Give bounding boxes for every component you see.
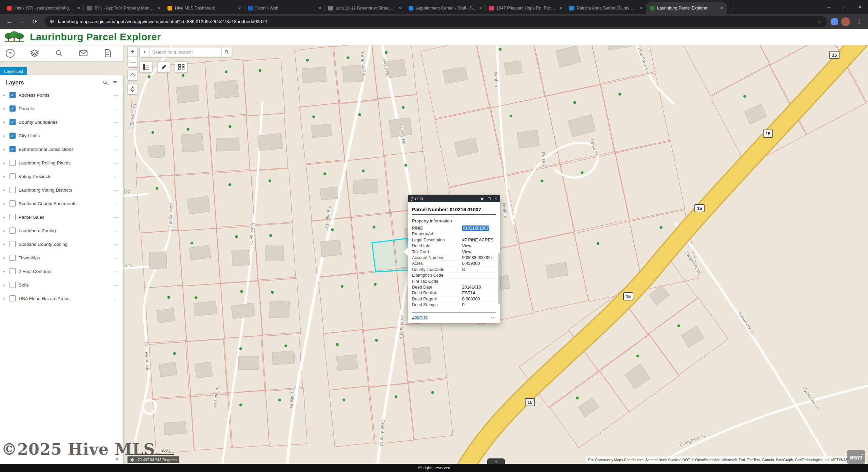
popup-scrollbar[interactable]: [498, 253, 500, 304]
layer-menu-icon[interactable]: ···: [114, 269, 119, 274]
expand-caret-icon[interactable]: ▸: [3, 188, 9, 192]
layers-button[interactable]: [30, 48, 39, 58]
layer-checkbox[interactable]: [9, 146, 16, 152]
coordinate-widget[interactable]: -79.497 34.743 Degrees: [127, 456, 179, 463]
browser-tab[interactable]: Bills - AppFolio Property Manag... ✕: [84, 2, 164, 14]
legend-button[interactable]: [140, 61, 152, 73]
profile-avatar[interactable]: [841, 17, 850, 26]
window-close-button[interactable]: ✕: [852, 0, 868, 14]
layer-row[interactable]: ▸ Laurinburg Polling Places ···: [0, 156, 123, 170]
search-source-dropdown[interactable]: ▾: [140, 47, 150, 57]
contact-button[interactable]: [79, 48, 88, 58]
extension-icon[interactable]: [831, 18, 838, 25]
layer-row[interactable]: ▸ Address Points ···: [0, 88, 123, 102]
layer-menu-icon[interactable]: ···: [114, 215, 119, 220]
layer-search-icon[interactable]: [103, 80, 108, 85]
tab-close-icon[interactable]: ✕: [720, 6, 723, 11]
layer-row[interactable]: ▸ Townships ···: [0, 251, 123, 264]
layer-row[interactable]: ▸ Extraterritorial Jurisdictions ···: [0, 142, 123, 156]
attribute-table-toggle[interactable]: ▴: [487, 458, 505, 464]
expand-caret-icon[interactable]: ▸: [3, 201, 9, 206]
zoom-to-link[interactable]: Zoom to: [412, 315, 428, 320]
layer-row[interactable]: ▸ County Boundaries ···: [0, 115, 123, 129]
back-button[interactable]: ←: [3, 16, 15, 27]
layer-menu-icon[interactable]: ···: [114, 120, 119, 125]
layer-checkbox[interactable]: [9, 173, 16, 179]
layer-menu-icon[interactable]: ···: [114, 201, 119, 206]
browser-menu-icon[interactable]: ⋮: [853, 18, 865, 25]
expand-caret-icon[interactable]: ▸: [3, 283, 9, 287]
expand-caret-icon[interactable]: ▸: [3, 134, 9, 138]
tab-close-icon[interactable]: ✕: [640, 6, 643, 11]
window-maximize-button[interactable]: ▢: [837, 0, 852, 14]
expand-caret-icon[interactable]: ▸: [3, 161, 9, 165]
url-text[interactable]: laurinburg.maps.arcgis.com/apps/webappvi…: [58, 19, 267, 24]
popup-close-icon[interactable]: ✕: [495, 197, 497, 200]
layer-row[interactable]: ▸ Voting Precincts ···: [0, 170, 123, 183]
expand-caret-icon[interactable]: ▸: [3, 296, 9, 301]
property-value[interactable]: 903683.000000: [462, 255, 492, 260]
layer-checkbox[interactable]: [9, 133, 16, 139]
tab-close-icon[interactable]: ✕: [399, 6, 402, 11]
refresh-button[interactable]: ⟳: [29, 16, 41, 27]
property-value[interactable]: 0.000000: [462, 296, 480, 302]
layer-checkbox[interactable]: [9, 295, 16, 301]
layer-menu-icon[interactable]: ···: [114, 93, 119, 98]
browser-tab[interactable]: Patricia Anne Sutton (3 Lots on... ✕: [566, 2, 646, 14]
expand-caret-icon[interactable]: ▸: [3, 147, 9, 152]
layer-menu-icon[interactable]: ···: [114, 188, 119, 193]
browser-tab[interactable]: 1047 Pleasant Hope Rd, Fairmo... ✕: [486, 2, 566, 14]
zoom-out-button[interactable]: —: [127, 57, 138, 67]
popup-menu-icon[interactable]: ···: [491, 315, 496, 320]
layer-checkbox[interactable]: [9, 214, 16, 220]
layer-menu-icon[interactable]: ···: [114, 228, 119, 233]
basemap-button[interactable]: [175, 61, 188, 73]
layer-filter-icon[interactable]: [112, 80, 118, 85]
layer-checkbox[interactable]: [9, 187, 16, 193]
tab-close-icon[interactable]: ✕: [158, 6, 161, 11]
locate-button[interactable]: [127, 84, 138, 94]
property-value[interactable]: 20141010: [462, 284, 481, 290]
layer-row[interactable]: ▸ Parcel Sales ···: [0, 210, 123, 224]
layer-row[interactable]: ▸ Laurinburg Zoning ···: [0, 224, 123, 237]
layer-menu-icon[interactable]: ···: [114, 242, 119, 247]
bookmark-star-icon[interactable]: ☆: [818, 19, 822, 25]
layer-row[interactable]: ▸ Scotland County Easements ···: [0, 197, 123, 210]
panel-collapse-icon[interactable]: «: [115, 456, 118, 462]
layer-checkbox[interactable]: [9, 255, 16, 261]
layer-row[interactable]: ▸ 2 Foot Contours ···: [0, 264, 123, 278]
layer-row[interactable]: ▸ Scotland County Zoning ···: [0, 237, 123, 251]
expand-caret-icon[interactable]: ▸: [3, 93, 9, 97]
layer-checkbox[interactable]: [9, 241, 16, 247]
property-value[interactable]: C: [462, 267, 465, 272]
property-value[interactable]: EST14: [462, 290, 475, 296]
expand-caret-icon[interactable]: ▸: [3, 174, 9, 179]
expand-caret-icon[interactable]: ▸: [3, 215, 9, 219]
expand-caret-icon[interactable]: ▸: [3, 120, 9, 124]
layer-menu-icon[interactable]: ···: [114, 147, 119, 152]
property-value[interactable]: View: [462, 249, 471, 255]
document-button[interactable]: [103, 48, 113, 58]
search-tool-button[interactable]: [54, 48, 64, 58]
layer-menu-icon[interactable]: ···: [114, 174, 119, 179]
layer-checkbox[interactable]: [9, 282, 16, 288]
expand-caret-icon[interactable]: ▸: [3, 269, 9, 274]
browser-tab[interactable]: Hive MLS Dashboard ✕: [164, 2, 244, 14]
layer-list-tab[interactable]: Layer List: [0, 67, 27, 75]
help-button[interactable]: ?: [5, 48, 15, 58]
layer-row[interactable]: ▸ Laurinburg Voting Districts ···: [0, 183, 123, 197]
property-value[interactable]: View: [462, 243, 471, 249]
property-value[interactable]: 0: [462, 302, 465, 308]
layer-menu-icon[interactable]: ···: [114, 160, 119, 165]
layer-menu-icon[interactable]: ···: [114, 282, 119, 288]
home-button[interactable]: [127, 70, 138, 80]
expand-caret-icon[interactable]: ▸: [3, 242, 9, 247]
property-value[interactable]: 0.459000: [462, 261, 480, 266]
expand-caret-icon[interactable]: ▸: [3, 256, 9, 260]
property-value[interactable]: #7 PINE ACRES: [462, 237, 493, 243]
tab-close-icon[interactable]: ✕: [238, 6, 241, 11]
forward-button[interactable]: →: [16, 16, 28, 27]
browser-tab[interactable]: Appointment Center - Staff - S... ✕: [405, 2, 486, 14]
tab-close-icon[interactable]: ✕: [318, 6, 321, 11]
property-value[interactable]: 01021601007: [462, 225, 489, 231]
